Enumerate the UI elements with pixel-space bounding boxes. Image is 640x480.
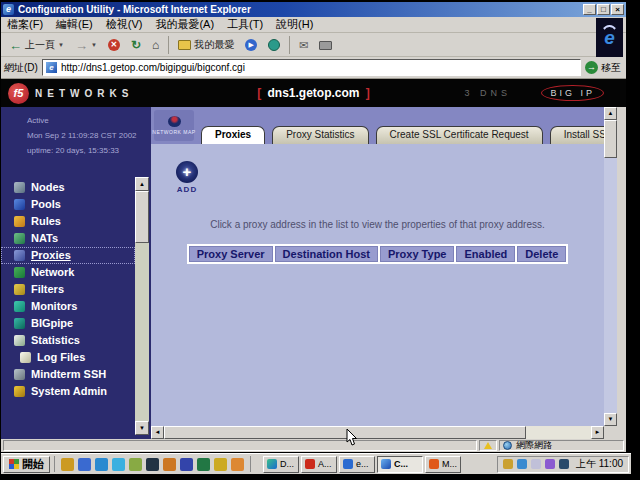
tab-proxies[interactable]: Proxies (201, 126, 265, 144)
toolbar-separator (289, 36, 290, 54)
quicklaunch-icon[interactable] (180, 458, 193, 471)
media-icon: ▶ (245, 39, 257, 51)
mail-button[interactable]: ✉ (295, 38, 312, 53)
sidebar-scrollbar[interactable] (135, 177, 149, 435)
tray-icon[interactable] (545, 459, 555, 469)
task-button-5[interactable]: M... (425, 456, 461, 473)
close-button[interactable] (611, 4, 624, 15)
address-input[interactable]: e http://dns1.getop.com/bigipgui/bigconf… (42, 59, 581, 76)
security-zone-panel: 網際網路 (499, 440, 624, 451)
sidebar-item-network[interactable]: Network (1, 264, 135, 281)
quicklaunch-icon[interactable] (231, 458, 244, 471)
title-bar[interactable]: e Configuration Utility - Microsoft Inte… (1, 2, 626, 17)
sidebar-item-monitors[interactable]: Monitors (1, 298, 135, 315)
forward-dropdown-icon[interactable]: ▼ (91, 42, 97, 48)
menu-edit[interactable]: 編輯(E) (56, 17, 93, 32)
scroll-down-icon[interactable] (604, 413, 617, 426)
scrollbar-thumb[interactable] (164, 426, 526, 439)
tray-icon[interactable] (531, 459, 541, 469)
col-proxy-type: Proxy Type (380, 246, 455, 262)
quicklaunch-icon[interactable] (61, 458, 74, 471)
sidebar-item-nats[interactable]: NATs (1, 230, 135, 247)
tray-icon[interactable] (559, 459, 569, 469)
stop-button[interactable]: ✕ (104, 38, 124, 52)
taskbar-separator (54, 456, 55, 472)
scroll-right-icon[interactable] (591, 426, 604, 439)
sidebar-item-statistics[interactable]: Statistics (1, 332, 135, 349)
scrollbar-thumb[interactable] (604, 120, 617, 158)
tray-icon[interactable] (517, 459, 527, 469)
history-button[interactable] (264, 38, 284, 52)
sidebar-item-system-admin[interactable]: System Admin (1, 383, 135, 400)
status-active: Active (27, 113, 151, 128)
ie-logo-icon: e (600, 25, 619, 51)
sidebar-item-log-files[interactable]: Log Files (1, 349, 135, 366)
add-button[interactable]: + ADD (169, 161, 205, 194)
tab-proxy-statistics[interactable]: Proxy Statistics (272, 126, 368, 144)
main-frame: NETWORK MAP Proxies Proxy Statistics Cre… (151, 107, 617, 439)
app-icon (267, 459, 277, 469)
task-button-2[interactable]: A... (301, 456, 337, 473)
content-horizontal-scrollbar[interactable] (151, 426, 604, 439)
instruction-text: Click a proxy address in the list to vie… (151, 219, 604, 230)
nodes-icon (14, 182, 25, 193)
sidebar-item-proxies[interactable]: Proxies (1, 247, 135, 264)
menu-file[interactable]: 檔案(F) (7, 17, 43, 32)
quicklaunch-icon[interactable] (146, 458, 159, 471)
sidebar-item-bigpipe[interactable]: BIGpipe (1, 315, 135, 332)
sidebar-item-pools[interactable]: Pools (1, 196, 135, 213)
quicklaunch-icon[interactable] (214, 458, 227, 471)
menu-tools[interactable]: 工具(T) (227, 17, 263, 32)
scroll-left-icon[interactable] (151, 426, 164, 439)
menu-help[interactable]: 說明(H) (276, 17, 313, 32)
system-tray: 上午 11:00 (497, 456, 629, 473)
scrollbar-thumb[interactable] (135, 191, 149, 243)
hostname-display: [ dns1.getop.com ] (1, 86, 626, 100)
tab-create-ssl-certificate-request[interactable]: Create SSL Certificate Request (376, 126, 543, 144)
print-button[interactable] (315, 40, 336, 51)
content-vertical-scrollbar[interactable] (604, 107, 617, 426)
script-warning-panel (479, 440, 497, 451)
task-button-active[interactable]: C... (377, 456, 423, 473)
log-files-icon (20, 352, 31, 363)
favorites-button[interactable]: 我的最愛 (174, 37, 238, 53)
scroll-up-icon[interactable] (604, 107, 617, 120)
mindterm-ssh-icon (14, 369, 25, 380)
system-admin-icon (14, 386, 25, 397)
go-button[interactable]: → 移至 (585, 61, 623, 75)
network-map-button[interactable]: NETWORK MAP (154, 110, 194, 141)
scroll-up-icon[interactable] (135, 177, 149, 191)
col-destination-host: Destination Host (275, 246, 378, 262)
quicklaunch-icon[interactable] (163, 458, 176, 471)
task-button-1[interactable]: D... (263, 456, 299, 473)
minimize-button[interactable] (583, 4, 596, 15)
mail-icon: ✉ (299, 39, 308, 52)
scrollbar-corner (604, 426, 617, 439)
menu-favorites[interactable]: 我的最愛(A) (155, 17, 214, 32)
quicklaunch-icon[interactable] (95, 458, 108, 471)
tray-icon[interactable] (503, 459, 513, 469)
menu-view[interactable]: 檢視(V) (106, 17, 143, 32)
media-button[interactable]: ▶ (241, 38, 261, 52)
forward-button[interactable]: → ▼ (71, 37, 101, 54)
back-dropdown-icon[interactable]: ▼ (58, 42, 64, 48)
tab-band: NETWORK MAP Proxies Proxy Statistics Cre… (151, 107, 617, 144)
quicklaunch-icon[interactable] (78, 458, 91, 471)
start-button[interactable]: 開始 (3, 456, 50, 473)
product-3dns[interactable]: 3 DNS (464, 88, 511, 98)
quicklaunch-icon[interactable] (129, 458, 142, 471)
quicklaunch-icon[interactable] (112, 458, 125, 471)
refresh-button[interactable]: ↻ (127, 37, 145, 53)
task-button-3[interactable]: e... (339, 456, 375, 473)
scroll-down-icon[interactable] (135, 421, 149, 435)
maximize-button[interactable] (597, 4, 610, 15)
sidebar-item-mindterm-ssh[interactable]: Mindterm SSH (1, 366, 135, 383)
proxies-content: + ADD Click a proxy address in the list … (151, 144, 604, 426)
sidebar-item-rules[interactable]: Rules (1, 213, 135, 230)
product-bigip[interactable]: BIG IP (541, 85, 604, 101)
home-button[interactable]: ⌂ (148, 37, 163, 53)
back-button[interactable]: ← 上一頁 ▼ (5, 37, 68, 54)
sidebar-item-nodes[interactable]: Nodes (1, 179, 135, 196)
quicklaunch-icon[interactable] (197, 458, 210, 471)
sidebar-item-filters[interactable]: Filters (1, 281, 135, 298)
